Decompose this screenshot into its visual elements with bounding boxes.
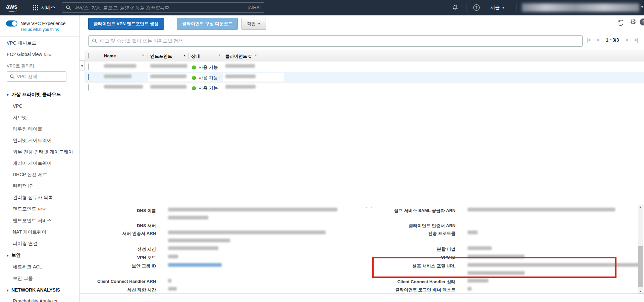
search-icon [10,74,15,79]
help-menu[interactable]: ? [473,0,480,15]
status-text: 사용 가능 [199,65,218,70]
detail-label: DNS 이름 [84,208,156,224]
column-header-name[interactable]: Name [104,53,116,58]
sidebar-item-vpc[interactable]: VPC [13,104,79,109]
account-menu[interactable] [522,3,639,12]
chevron-down-icon[interactable]: ▼ [641,5,644,9]
scroll-up-icon[interactable]: ▲ [638,206,643,209]
prev-page-button[interactable]: < [597,37,599,43]
divider [0,36,79,37]
notifications-button[interactable] [452,0,459,15]
sidebar-item-dhcp-option-sets[interactable]: DHCP 옵션 세트 [13,172,79,177]
row-checkbox[interactable] [88,84,89,91]
new-badge: New [44,53,52,57]
section-network-analysis[interactable]: ▼NETWORK ANALYSIS [6,287,79,293]
sidebar-item-subnets[interactable]: 서브넷 [13,115,79,120]
detail-label: DNS 서버 [84,223,156,229]
sidebar-collapse-button[interactable]: ◀ [79,60,85,70]
section-virtual-private-cloud[interactable]: ▼가상 프라이빗 클라우드 [6,92,79,98]
sidebar-item-managed-prefix-lists[interactable]: 관리형 접두사 목록 [13,195,79,200]
table-filter-input[interactable] [100,38,579,44]
detail-label: 클라이언트 인증서 ARN [362,223,455,229]
grid-icon [33,5,38,10]
detail-label: 전송 프로토콜 [362,231,455,239]
status-text: 사용 가능 [199,75,218,80]
section-security[interactable]: ▼보안 [6,252,79,258]
sidebar-item-vpc-dashboard[interactable]: VPC 대시보드 [7,40,79,46]
table-row[interactable]: 사용 가능 [85,62,644,72]
feedback-link[interactable]: Tell us what you think [20,27,79,32]
aws-smile-icon [7,9,17,12]
refresh-icon[interactable] [617,19,625,27]
sidebar-item-egress-only-gateways[interactable]: 외부 전용 인터넷 게이트웨이 [13,149,79,154]
sidebar-item-internet-gateways[interactable]: 인터넷 게이트웨이 [13,138,79,143]
region-selector[interactable]: 서울 ▼ [490,0,505,15]
sidebar-item-endpoint-services[interactable]: 엔드포인트 서비스 [13,218,79,223]
table-filter-box[interactable] [88,35,583,47]
detail-label: 분할 터널 [362,246,455,254]
redacted-endpoint-id [150,64,187,68]
detail-panel: ∘ ∘ DNS 이름 DNS 서버 서버 인증서 ARN 생성 시간 VPN 포… [79,205,644,302]
new-badge: New [38,207,46,211]
vpc-filter-box[interactable] [7,71,66,82]
column-header-endpoint[interactable]: 엔드포인트 [150,53,172,59]
next-page-button[interactable]: > [625,37,628,43]
table-row[interactable]: 사용 가능 [85,83,644,93]
security-group-link[interactable] [168,263,222,271]
chevron-left-icon: ◀ [81,64,83,67]
aws-logo[interactable]: aws [6,0,17,15]
sort-icon[interactable]: ▾ [255,53,257,57]
sidebar-item-network-acls[interactable]: 네트워크 ACL [13,264,79,269]
actions-dropdown-button[interactable]: 작업▼ [241,18,266,30]
divider [517,3,517,12]
sidebar-item-carrier-gateways[interactable]: 캐리어 게이트웨이 [13,161,79,166]
column-header-status[interactable]: 상태 [191,53,200,59]
detail-label: Client Connect Handler 상태 [362,279,455,287]
new-experience-toggle[interactable] [6,20,17,27]
status-available-icon [192,65,196,69]
sort-icon[interactable]: ▴ [184,53,185,57]
sort-icon[interactable]: ▾ [142,53,144,57]
vpc-section-list: VPC 서브넷 라우팅 테이블 인터넷 게이트웨이 외부 전용 인터넷 게이트웨… [0,104,79,246]
toolbar: 클라이언트 VPN 엔드포인트 생성 클라이언트 구성 다운로드 작업▼ ⚙ ? [79,15,644,34]
search-icon [92,38,97,44]
sort-icon[interactable]: ▾ [219,53,220,57]
status-available-icon [192,76,196,80]
services-menu[interactable]: 서비스 [33,0,55,15]
global-search[interactable]: [Alt+S] [62,2,264,13]
download-client-config-button[interactable]: 클라이언트 구성 다운로드 [177,18,238,30]
global-search-input[interactable] [74,5,248,10]
scrollbar-thumb[interactable] [638,246,643,287]
vpc-select-input[interactable] [17,74,63,79]
sidebar-item-nat-gateways[interactable]: NAT 게이트웨이 [13,230,79,235]
sidebar-item-reachability-analyzer[interactable]: Reachability Analyzer [13,299,79,302]
first-page-button[interactable]: |< [587,37,591,43]
sidebar-item-route-tables[interactable]: 라우팅 테이블 [13,127,79,132]
row-checkbox[interactable] [88,63,89,70]
create-client-vpn-endpoint-button[interactable]: 클라이언트 VPN 엔드포인트 생성 [88,18,164,30]
select-all-checkbox[interactable] [88,53,89,58]
scroll-down-icon[interactable]: ▼ [638,290,643,293]
table-row-selected[interactable]: 사용 가능 [85,72,644,83]
row-checkbox-checked[interactable] [88,74,89,80]
divider [467,3,467,12]
redacted-name [104,64,136,68]
redacted-name [104,74,131,78]
help-icon[interactable]: ? [640,18,644,26]
sidebar-item-endpoints[interactable]: 엔드포인트New [13,206,79,212]
status-available-icon [192,86,196,90]
status-text: 사용 가능 [199,86,218,91]
detail-label: 보안 그룹 ID [84,263,156,271]
triangle-down-icon: ▼ [6,254,9,257]
sidebar-item-peering-connections[interactable]: 피어링 연결 [13,241,79,246]
redacted-endpoint-id [150,85,186,89]
sidebar-item-elastic-ips[interactable]: 탄력적 IP [13,184,79,189]
last-page-button[interactable]: >| [634,37,638,43]
gear-icon[interactable]: ⚙ [630,18,637,25]
sidebar-item-ec2-global-view[interactable]: EC2 Global ViewNew [7,51,79,58]
column-header-client-cidr[interactable]: 클라이언트 C [225,53,252,59]
detail-scrollbar[interactable]: ▲ ▼ [638,205,643,294]
redacted-client-cidr [225,85,256,89]
sidebar-item-security-groups[interactable]: 보안 그룹 [13,276,79,281]
detail-label: Client Connect Handler ARN [84,279,156,287]
